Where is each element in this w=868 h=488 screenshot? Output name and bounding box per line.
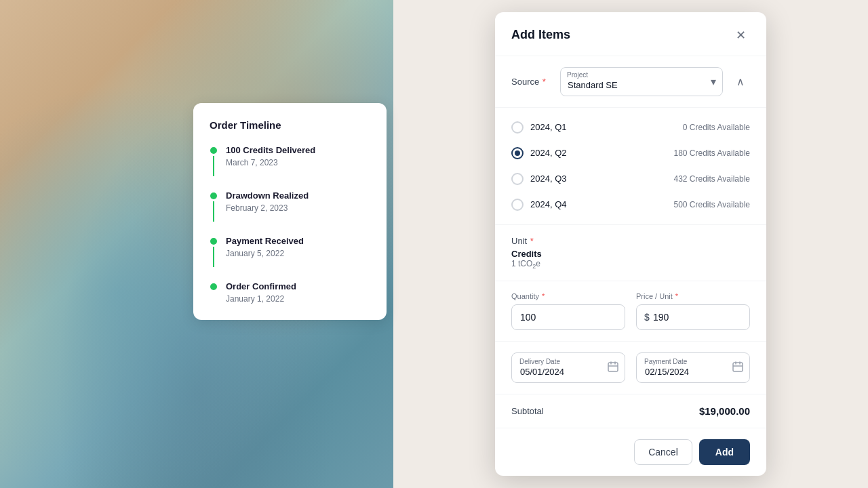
timeline-line (213, 201, 214, 222)
timeline-dot-wrapper (210, 235, 218, 267)
quarter-name-q1: 2024, Q1 (530, 122, 567, 132)
timeline-dot-wrapper (210, 190, 218, 222)
quarter-name-q3: 2024, Q3 (530, 174, 567, 184)
delivery-date-field: Delivery Date (511, 352, 625, 383)
quarter-credits-q2: 180 Credits Available (673, 148, 750, 158)
radio-inner-q2 (515, 150, 520, 156)
timeline-item-date: February 2, 2023 (226, 203, 370, 213)
price-input[interactable] (636, 304, 750, 330)
quarter-option-q1[interactable]: 2024, Q1 0 Credits Available (511, 116, 750, 139)
subtotal-label: Subtotal (511, 406, 544, 416)
timeline-card: Order Timeline 100 Credits Delivered Mar… (193, 103, 387, 320)
add-button[interactable]: Add (699, 439, 750, 465)
subtotal-value: $19,000.00 (699, 405, 750, 417)
project-dropdown-wrapper: Project Standard SE ▾ (560, 67, 723, 96)
quarter-credits-q4: 500 Credits Available (673, 200, 750, 209)
project-label: Project (567, 71, 588, 79)
quarter-name-q4: 2024, Q4 (530, 199, 567, 209)
price-field: Price / Unit * $ (636, 292, 750, 330)
dates-row: Delivery Date Payment Date (495, 342, 766, 394)
quarter-credits-q1: 0 Credits Available (683, 123, 750, 132)
add-items-modal: Add Items ✕ Source * Project Standard SE… (495, 12, 766, 476)
quarter-credits-q3: 432 Credits Available (673, 174, 750, 184)
unit-label: Unit * (511, 236, 534, 246)
quarter-options: 2024, Q1 0 Credits Available 2024, Q2 18… (495, 108, 766, 225)
modal-header: Add Items ✕ (495, 12, 766, 56)
source-row: Source * Project Standard SE ▾ ∧ (495, 56, 766, 108)
timeline-dot (210, 192, 217, 199)
unit-value: Credits (511, 249, 750, 259)
timeline-item-label: Payment Received (226, 235, 370, 247)
list-item: 100 Credits Delivered March 7, 2023 (210, 144, 370, 190)
cancel-button[interactable]: Cancel (634, 439, 692, 465)
list-item: Payment Received January 5, 2022 (210, 235, 370, 281)
timeline-item-date: March 7, 2023 (226, 158, 370, 167)
timeline-item-date: January 1, 2022 (226, 294, 370, 304)
quarter-option-q4[interactable]: 2024, Q4 500 Credits Available (511, 193, 750, 216)
timeline-dot (210, 238, 217, 245)
modal-overlay: Add Items ✕ Source * Project Standard SE… (393, 0, 868, 488)
unit-row: Unit * Credits 1 tCO2e (495, 225, 766, 281)
modal-footer: Cancel Add (495, 428, 766, 476)
quantity-price-row: Quantity * Price / Unit * $ (495, 281, 766, 342)
modal-title: Add Items (511, 28, 570, 42)
timeline-title: Order Timeline (210, 119, 370, 131)
list-item: Order Confirmed January 1, 2022 (210, 281, 370, 304)
timeline-item-label: 100 Credits Delivered (226, 144, 370, 157)
quarter-option-q3[interactable]: 2024, Q3 432 Credits Available (511, 167, 750, 190)
timeline-dot-wrapper (210, 144, 218, 176)
quantity-label: Quantity * (511, 292, 625, 300)
price-label: Price / Unit * (636, 292, 750, 300)
timeline-line (213, 156, 214, 176)
required-indicator: * (540, 77, 546, 87)
timeline-dot (210, 147, 217, 154)
collapse-button[interactable]: ∧ (731, 72, 750, 91)
timeline-dot-wrapper (210, 281, 218, 290)
radio-button-q3[interactable] (511, 173, 524, 185)
payment-date-input[interactable] (636, 352, 750, 383)
quantity-field: Quantity * (511, 292, 625, 330)
subtotal-row: Subtotal $19,000.00 (495, 394, 766, 428)
price-prefix: $ (644, 312, 650, 323)
quarter-option-q2[interactable]: 2024, Q2 180 Credits Available (511, 142, 750, 165)
unit-subvalue: 1 tCO2e (511, 259, 750, 270)
quarter-name-q2: 2024, Q2 (530, 148, 567, 158)
list-item: Drawdown Realized February 2, 2023 (210, 190, 370, 235)
timeline-line (213, 247, 214, 267)
radio-button-q4[interactable] (511, 199, 524, 211)
close-button[interactable]: ✕ (731, 26, 750, 45)
timeline-items: 100 Credits Delivered March 7, 2023 Draw… (210, 144, 370, 304)
payment-date-field: Payment Date (636, 352, 750, 383)
quantity-input[interactable] (511, 304, 625, 330)
radio-button-q1[interactable] (511, 121, 524, 134)
source-label: Source * (511, 77, 552, 87)
timeline-dot (210, 283, 217, 290)
timeline-item-label: Order Confirmed (226, 281, 370, 293)
radio-button-q2[interactable] (511, 147, 524, 159)
delivery-date-input[interactable] (511, 352, 625, 383)
timeline-item-label: Drawdown Realized (226, 190, 370, 202)
timeline-item-date: January 5, 2022 (226, 249, 370, 258)
